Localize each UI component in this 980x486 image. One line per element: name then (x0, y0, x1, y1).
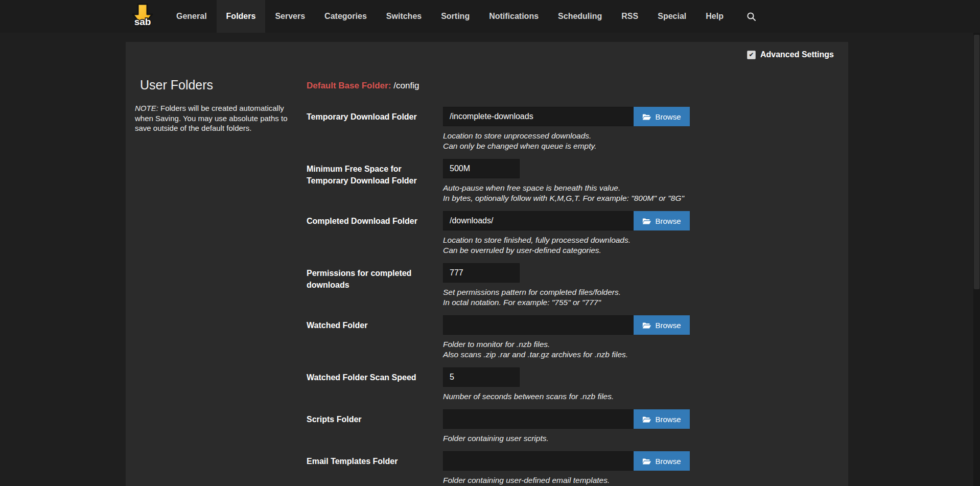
completed-download-folder-input[interactable] (443, 211, 634, 230)
field-control: BrowseFolder containing user-defined ema… (443, 451, 690, 485)
browse-button-label: Browse (655, 457, 681, 466)
field-control: BrowseFolder containing user scripts. (443, 409, 690, 444)
settings-panel: ✔ Advanced Settings User Folders NOTE: F… (126, 42, 848, 486)
browse-button[interactable]: Browse (634, 409, 690, 429)
search-button[interactable] (741, 0, 762, 33)
form-row-minimum-free-space-for-temporary-download-folder: Minimum Free Space for Temporary Downloa… (307, 159, 828, 203)
folders-form: Default Base Folder:/config Temporary Do… (307, 81, 828, 486)
field-label: Scripts Folder (307, 409, 443, 444)
help-line: Also scans .zip .rar and .tar.gz archive… (443, 350, 690, 360)
field-help: Number of seconds between scans for .nzb… (443, 391, 614, 402)
form-row-scripts-folder: Scripts FolderBrowseFolder containing us… (307, 409, 828, 444)
nav-tab-help[interactable]: Help (696, 0, 733, 33)
default-base-folder-value: /config (393, 81, 419, 90)
nav-tab-categories[interactable]: Categories (315, 0, 377, 33)
app-logo[interactable]: sab (131, 3, 154, 31)
folder-open-icon (642, 217, 651, 225)
browse-button[interactable]: Browse (634, 211, 690, 230)
field-label: Minimum Free Space for Temporary Downloa… (307, 159, 443, 203)
temporary-download-folder-input[interactable] (443, 107, 634, 126)
field-label: Email Templates Folder (307, 451, 443, 485)
browse-button-label: Browse (655, 217, 681, 225)
help-line: Location to store unprocessed downloads. (443, 131, 690, 141)
permissions-for-completed-downloads-input[interactable] (443, 263, 520, 283)
browse-button[interactable]: Browse (634, 451, 690, 471)
scripts-folder-input[interactable] (443, 409, 634, 429)
field-control: Set permissions pattern for completed fi… (443, 263, 621, 308)
section-description: User Folders NOTE: Folders will be creat… (135, 78, 297, 133)
field-control: Number of seconds between scans for .nzb… (443, 367, 614, 402)
folder-open-icon (642, 457, 651, 465)
field-help: Auto-pause when free space is beneath th… (443, 183, 684, 203)
field-label: Temporary Download Folder (307, 107, 443, 151)
field-label: Completed Download Folder (307, 211, 443, 256)
field-help: Folder containing user scripts. (443, 433, 690, 444)
help-line: Folder containing user-defined email tem… (443, 475, 690, 485)
browse-button-label: Browse (655, 112, 681, 121)
field-label: Permissions for completed downloads (307, 263, 443, 308)
folder-open-icon (642, 321, 651, 329)
help-line: Folder containing user scripts. (443, 433, 690, 444)
form-row-completed-download-folder: Completed Download FolderBrowseLocation … (307, 211, 828, 256)
top-navbar: sab GeneralFoldersServersCategoriesSwitc… (0, 0, 980, 33)
help-line: Location to store finished, fully proces… (443, 235, 690, 245)
field-help: Location to store unprocessed downloads.… (443, 131, 690, 151)
logo-text: sab (134, 16, 151, 27)
field-control: BrowseLocation to store finished, fully … (443, 211, 690, 256)
nav-tab-switches[interactable]: Switches (377, 0, 431, 33)
help-line: Can only be changed when queue is empty. (443, 141, 690, 151)
watched-folder-input[interactable] (443, 315, 634, 335)
watched-folder-scan-speed-input[interactable] (443, 367, 520, 387)
nav-tab-general[interactable]: General (167, 0, 217, 33)
browse-button[interactable]: Browse (634, 107, 690, 126)
help-line: Auto-pause when free space is beneath th… (443, 183, 684, 193)
search-icon (746, 12, 756, 21)
field-control: Auto-pause when free space is beneath th… (443, 159, 684, 203)
field-help: Folder to monitor for .nzb files.Also sc… (443, 339, 690, 360)
nav-tabs: GeneralFoldersServersCategoriesSwitchesS… (167, 0, 733, 33)
form-row-email-templates-folder: Email Templates FolderBrowseFolder conta… (307, 451, 828, 485)
nav-tab-scheduling[interactable]: Scheduling (548, 0, 612, 33)
browse-button-label: Browse (655, 415, 681, 424)
browse-button-label: Browse (655, 321, 681, 330)
email-templates-folder-input[interactable] (443, 451, 634, 471)
nav-tab-servers[interactable]: Servers (265, 0, 315, 33)
nav-tab-special[interactable]: Special (648, 0, 696, 33)
folder-open-icon (642, 113, 651, 121)
page-scrollbar (973, 33, 980, 486)
form-row-watched-folder-scan-speed: Watched Folder Scan SpeedNumber of secon… (307, 367, 828, 402)
field-help: Set permissions pattern for completed fi… (443, 287, 621, 308)
page-title: User Folders (140, 78, 292, 92)
default-base-folder-label: Default Base Folder: (307, 81, 391, 90)
help-line: In bytes, optionally follow with K,M,G,T… (443, 193, 684, 203)
note-prefix: NOTE: (135, 104, 158, 112)
advanced-settings-label: Advanced Settings (760, 50, 834, 59)
section-note: NOTE: Folders will be created automatica… (135, 103, 297, 133)
sabnzbd-logo-icon: sab (131, 3, 154, 31)
help-line: Set permissions pattern for completed fi… (443, 287, 621, 297)
help-line: In octal notation. For example: "755" or… (443, 297, 621, 308)
field-control: BrowseFolder to monitor for .nzb files.A… (443, 315, 690, 360)
form-row-temporary-download-folder: Temporary Download FolderBrowseLocation … (307, 107, 828, 151)
nav-tab-notifications[interactable]: Notifications (479, 0, 548, 33)
folder-open-icon (642, 415, 651, 423)
help-line: Can be overruled by user-defined categor… (443, 245, 690, 256)
minimum-free-space-for-temporary-download-folder-input[interactable] (443, 159, 520, 178)
default-base-folder: Default Base Folder:/config (307, 81, 828, 91)
field-help: Folder containing user-defined email tem… (443, 475, 690, 485)
nav-tab-rss[interactable]: RSS (612, 0, 648, 33)
scrollbar-thumb[interactable] (974, 35, 979, 289)
advanced-settings-checkbox[interactable]: ✔ (747, 51, 756, 59)
nav-tab-folders[interactable]: Folders (217, 0, 266, 33)
browse-button[interactable]: Browse (634, 315, 690, 335)
help-line: Number of seconds between scans for .nzb… (443, 391, 614, 402)
help-line: Folder to monitor for .nzb files. (443, 339, 690, 350)
field-help: Location to store finished, fully proces… (443, 235, 690, 256)
advanced-settings-toggle: ✔ Advanced Settings (747, 50, 834, 59)
field-label: Watched Folder (307, 315, 443, 360)
form-row-watched-folder: Watched FolderBrowseFolder to monitor fo… (307, 315, 828, 360)
field-control: BrowseLocation to store unprocessed down… (443, 107, 690, 151)
nav-tab-sorting[interactable]: Sorting (431, 0, 479, 33)
field-label: Watched Folder Scan Speed (307, 367, 443, 402)
form-row-permissions-for-completed-downloads: Permissions for completed downloadsSet p… (307, 263, 828, 308)
